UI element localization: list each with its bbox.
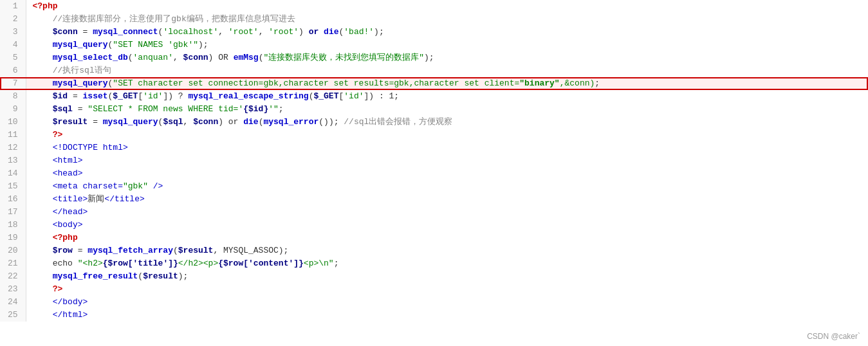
code-editor: 1 <?php 2 //连接数据库部分，注意使用了gbk编码，把数据库信息填写进… xyxy=(0,0,868,346)
line-number: 10 xyxy=(0,116,26,129)
line-content: $result = mysql_query($sql, $conn) or di… xyxy=(26,116,868,129)
line-number: 11 xyxy=(0,129,26,141)
table-row: 24 </body> xyxy=(0,296,868,309)
line-content: ?> xyxy=(26,283,868,296)
line-content: <!DOCTYPE html> xyxy=(26,141,868,154)
line-number: 4 xyxy=(0,39,26,51)
line-content: mysql_query("SET NAMES 'gbk'"); xyxy=(26,39,868,51)
table-row: 10 $result = mysql_query($sql, $conn) or… xyxy=(0,116,868,129)
table-row: 19 <?php xyxy=(0,232,868,244)
line-number: 7 xyxy=(0,77,26,90)
line-content: $conn = mysql_connect('localhost', 'root… xyxy=(26,26,868,39)
table-row: 9 $sql = "SELECT * FROM news WHERE tid='… xyxy=(0,103,868,116)
line-number: 24 xyxy=(0,296,26,309)
table-row: 13 <html> xyxy=(0,154,868,167)
line-number: 5 xyxy=(0,51,26,64)
code-table: 1 <?php 2 //连接数据库部分，注意使用了gbk编码，把数据库信息填写进… xyxy=(0,0,868,322)
table-row: 16 <title>新闻</title> xyxy=(0,193,868,206)
table-row: 2 //连接数据库部分，注意使用了gbk编码，把数据库信息填写进去 xyxy=(0,13,868,26)
line-number: 2 xyxy=(0,13,26,26)
table-row: 21 echo "<h2>{$row['title']}</h2><p>{$ro… xyxy=(0,257,868,270)
watermark: CSDN @caker` xyxy=(807,332,860,341)
line-number: 8 xyxy=(0,90,26,103)
line-number: 16 xyxy=(0,193,26,206)
line-number: 25 xyxy=(0,309,26,322)
line-content: echo "<h2>{$row['title']}</h2><p>{$row['… xyxy=(26,257,868,270)
table-row: 4 mysql_query("SET NAMES 'gbk'"); xyxy=(0,39,868,51)
line-content: <head> xyxy=(26,167,868,180)
table-row-highlighted: 7 mysql_query("SET character set connect… xyxy=(0,77,868,90)
line-number: 17 xyxy=(0,206,26,219)
line-content: $id = isset($_GET['id']) ? mysql_real_es… xyxy=(26,90,868,103)
line-content: mysql_free_result($result); xyxy=(26,270,868,283)
line-content: <?php xyxy=(26,232,868,244)
table-row: 17 </head> xyxy=(0,206,868,219)
line-content: //执行sql语句 xyxy=(26,64,868,77)
line-content: <meta charset="gbk" /> xyxy=(26,180,868,193)
table-row: 18 <body> xyxy=(0,219,868,232)
line-number: 22 xyxy=(0,270,26,283)
line-content: ?> xyxy=(26,129,868,141)
line-number: 14 xyxy=(0,167,26,180)
table-row: 12 <!DOCTYPE html> xyxy=(0,141,868,154)
line-content: </html> xyxy=(26,309,868,322)
table-row: 5 mysql_select_db('anquan', $conn) OR em… xyxy=(0,51,868,64)
line-content: <body> xyxy=(26,219,868,232)
line-content: <?php xyxy=(26,0,868,13)
table-row: 8 $id = isset($_GET['id']) ? mysql_real_… xyxy=(0,90,868,103)
table-row: 22 mysql_free_result($result); xyxy=(0,270,868,283)
line-number: 9 xyxy=(0,103,26,116)
line-content: $sql = "SELECT * FROM news WHERE tid='{$… xyxy=(26,103,868,116)
line-number: 23 xyxy=(0,283,26,296)
line-content: mysql_select_db('anquan', $conn) OR emMs… xyxy=(26,51,868,64)
line-number: 13 xyxy=(0,154,26,167)
line-content: <html> xyxy=(26,154,868,167)
line-number: 3 xyxy=(0,26,26,39)
line-content: </body> xyxy=(26,296,868,309)
table-row: 20 $row = mysql_fetch_array($result, MYS… xyxy=(0,244,868,257)
table-row: 25 </html> xyxy=(0,309,868,322)
line-number: 18 xyxy=(0,219,26,232)
line-content: </head> xyxy=(26,206,868,219)
table-row: 23 ?> xyxy=(0,283,868,296)
table-row: 11 ?> xyxy=(0,129,868,141)
line-content: mysql_query("SET character set connectio… xyxy=(26,77,868,90)
table-row: 3 $conn = mysql_connect('localhost', 'ro… xyxy=(0,26,868,39)
line-number: 15 xyxy=(0,180,26,193)
table-row: 6 //执行sql语句 xyxy=(0,64,868,77)
line-number: 1 xyxy=(0,0,26,13)
line-number: 12 xyxy=(0,141,26,154)
line-number: 21 xyxy=(0,257,26,270)
table-row: 1 <?php xyxy=(0,0,868,13)
table-row: 14 <head> xyxy=(0,167,868,180)
line-number: 6 xyxy=(0,64,26,77)
line-content: //连接数据库部分，注意使用了gbk编码，把数据库信息填写进去 xyxy=(26,13,868,26)
line-number: 19 xyxy=(0,232,26,244)
line-content: $row = mysql_fetch_array($result, MYSQL_… xyxy=(26,244,868,257)
line-number: 20 xyxy=(0,244,26,257)
line-content: <title>新闻</title> xyxy=(26,193,868,206)
table-row: 15 <meta charset="gbk" /> xyxy=(0,180,868,193)
